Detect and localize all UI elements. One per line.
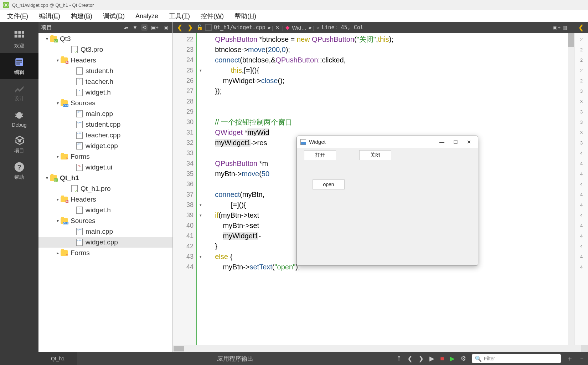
tree-file-widget-cpp-2[interactable]: widget.cpp [38,237,172,248]
svg-rect-8 [16,62,22,63]
widget-title: Widget [309,139,434,145]
run-target[interactable]: Qt_h1 [38,352,77,365]
tree-file-main-cpp-2[interactable]: main.cpp [38,226,172,237]
expand-icon[interactable]: ▣ [162,25,170,30]
svg-line-14 [21,116,23,117]
line-gutter[interactable]: 2223242526272829303132333435363738394041… [173,33,197,345]
step-icon[interactable]: ⤒ [393,355,404,363]
output-pane-label[interactable]: 应用程序输出 [211,355,259,363]
menu-debug[interactable]: 调试(D) [103,12,125,20]
modified-icon: ◆ [285,24,290,31]
project-panel: 项目 ▴▾ ▼ ⟲ ▣+ ▣ ▾Qt3 Qt3.pro ▾Headers stu… [38,22,173,365]
maximize-icon[interactable]: ☐ [450,139,461,145]
project-panel-header: 项目 ▴▾ ▼ ⟲ ▣+ ▣ [38,22,172,33]
tree-file-widget-h[interactable]: widget.h [38,87,172,98]
editor-filepath[interactable]: Qt_h1/widget.cpp [214,24,265,31]
vscrollbar[interactable] [568,33,574,345]
svg-rect-9 [16,64,20,65]
mode-edit[interactable]: 编辑 [0,53,38,79]
menu-analyze[interactable]: Analyze [135,12,158,20]
split-icon[interactable]: ▥ [563,24,568,31]
nav-forward-icon[interactable]: ❯ [186,24,194,31]
window-title: Qt_h1/widget.cpp @ Qt_h1 - Qt Creator [12,2,94,8]
svg-rect-2 [22,31,24,34]
tree-file-qt3-pro[interactable]: Qt3.pro [38,44,172,55]
hscrollbar[interactable] [173,345,588,352]
tree-file-widget-cpp[interactable]: widget.cpp [38,141,172,151]
add-view-icon[interactable]: ▣+ [150,25,160,30]
mode-sidebar: 欢迎 编辑 设计 Debug 项目 ? 帮助 [0,22,38,365]
tree-folder-headers[interactable]: ▾Headers [38,55,172,66]
settings-icon[interactable]: ⚙ [458,355,469,363]
tree-file-widget-h-2[interactable]: widget.h [38,205,172,216]
next-icon[interactable]: ❯ [416,355,427,363]
continue-icon[interactable]: ▶ [427,355,437,363]
right-marker-bar[interactable]: 22222333333444444444444 [574,33,588,345]
add-icon[interactable]: ＋ [564,354,576,363]
tree-file-qt-h1-pro[interactable]: Qt_h1.pro [38,183,172,194]
tree-folder-sources[interactable]: ▾Sources [38,98,172,108]
tree-file-widget-ui[interactable]: widget.ui [38,162,172,173]
svg-line-12 [21,114,23,114]
widget-titlebar[interactable]: Widget ― ☐ ✕ [297,136,478,148]
project-tree[interactable]: ▾Qt3 Qt3.pro ▾Headers student.h teacher.… [38,33,172,353]
svg-point-15 [18,140,21,142]
svg-rect-7 [16,60,22,61]
mode-help[interactable]: ? 帮助 [0,158,38,184]
tree-project-qt3[interactable]: ▾Qt3 [38,34,172,44]
widget-app-icon [300,139,306,145]
editor-toolbar: ❮ ❯ 🔓 Qt_h1/widget.cpp ▴▾ | ✕ | ◆ Wid… ▴… [173,22,588,33]
project-dropdown-icon[interactable]: ▴▾ [123,25,129,30]
menu-help[interactable]: 帮助(H) [234,12,256,20]
close-icon[interactable]: ✕ [464,139,474,145]
minimize-icon[interactable]: ― [437,139,447,145]
tree-file-teacher-cpp[interactable]: teacher.cpp [38,130,172,141]
mode-welcome[interactable]: 欢迎 [0,26,38,53]
prev-icon[interactable]: ❮ [404,355,416,363]
svg-rect-4 [18,35,21,37]
tree-file-student-h[interactable]: student.h [38,66,172,76]
split-add-icon[interactable]: ▣+ [552,24,561,31]
tree-file-main-cpp[interactable]: main.cpp [38,108,172,119]
symbol-selector[interactable]: Wid… [292,25,306,31]
tree-file-teacher-h[interactable]: teacher.h [38,76,172,87]
stop-icon[interactable]: ■ [437,355,447,363]
menu-file[interactable]: 文件(F) [7,12,28,20]
widget-app-window[interactable]: Widget ― ☐ ✕ 打开 关闭 open [296,136,478,266]
mode-debug[interactable]: Debug [0,106,38,131]
tree-file-student-cpp[interactable]: student.cpp [38,119,172,130]
menu-widgets[interactable]: 控件(W) [201,12,224,20]
close-file-icon[interactable]: ✕ [275,24,280,31]
btn-open[interactable]: open [313,179,345,189]
tree-folder-sources-2[interactable]: ▾Sources [38,216,172,226]
filter-box[interactable]: 🔍 [472,354,561,363]
line-col-indicator[interactable]: Line: 45, Col [321,24,363,31]
nav-back-icon[interactable]: ❮ [176,24,184,31]
svg-rect-5 [22,35,24,37]
btn-close-top[interactable]: 关闭 [359,150,391,160]
minus-icon[interactable]: － [576,354,588,363]
svg-line-11 [15,114,17,114]
file-icon [205,24,212,31]
next-split-icon[interactable]: ❮ [577,24,585,31]
tree-project-qt-h1[interactable]: ▾Qt_h1 [38,173,172,183]
filter-input[interactable] [484,356,558,361]
run-icon[interactable]: ▶ [447,355,458,363]
tree-folder-forms-2[interactable]: ▸Forms [38,248,172,258]
menu-edit[interactable]: 编辑(E) [39,12,60,20]
fold-column[interactable]: ▾▾▾▾ [197,33,204,345]
lock-icon[interactable]: 🔓 [196,24,203,31]
tree-folder-forms[interactable]: ▾Forms [38,151,172,162]
btn-open-top[interactable]: 打开 [304,150,336,160]
symbol-dropdown-icon[interactable]: ▴▾ [309,26,311,30]
tree-folder-headers-2[interactable]: ▾Headers [38,194,172,205]
menu-build[interactable]: 构建(B) [71,12,92,20]
link-icon[interactable]: ⟲ [141,24,148,31]
file-dropdown-icon[interactable]: ▴▾ [268,26,270,30]
mode-project[interactable]: 项目 [0,131,38,158]
filter-icon[interactable]: ▼ [131,25,139,30]
svg-point-10 [16,112,22,119]
qtcreator-icon: QC [3,2,9,8]
mode-design[interactable]: 设计 [0,79,38,106]
menu-tools[interactable]: 工具(T) [169,12,190,20]
